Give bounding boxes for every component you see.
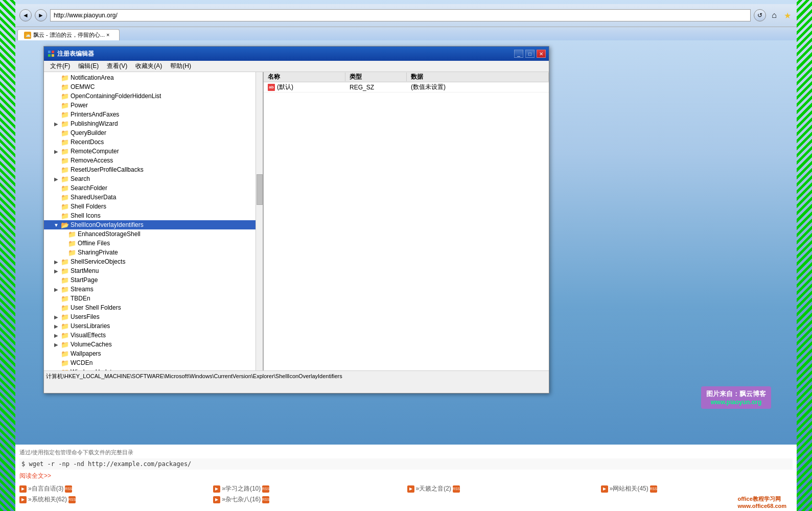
folder-icon: 📁 xyxy=(61,148,69,155)
menu-help[interactable]: 帮助(H) xyxy=(166,61,195,72)
favorites-button[interactable]: ★ xyxy=(782,10,793,20)
tree-label: VisualEffects xyxy=(71,332,106,339)
menu-favorites[interactable]: 收藏夹(A) xyxy=(131,61,166,72)
tree-item-windowsupdate[interactable]: 📁 WindowsUpdate xyxy=(44,367,263,370)
tree-item-shellserviceobjects[interactable]: ▶ 📁 ShellServiceObjects xyxy=(44,257,263,266)
folder-icon: 📁 xyxy=(61,102,69,109)
tree-item-wallpapers[interactable]: 📁 Wallpapers xyxy=(44,349,263,358)
tree-item-search[interactable]: ▶ 📁 Search xyxy=(44,174,263,183)
tree-item-tbden[interactable]: 📁 TBDEn xyxy=(44,294,263,303)
tree-label: VolumeCaches xyxy=(71,341,112,348)
tree-item-startmenu[interactable]: ▶ 📁 StartMenu xyxy=(44,266,263,275)
forward-button[interactable]: ► xyxy=(35,9,47,21)
tree-item-removeaccess[interactable]: 📁 RemoveAccess xyxy=(44,156,263,165)
tree-label: Wallpapers xyxy=(71,350,101,357)
tree-item-notificationarea[interactable]: 📁 NotificationArea xyxy=(44,73,263,82)
tree-label: NotificationArea xyxy=(71,74,114,81)
tree-item-shellicons[interactable]: 📁 Shell Icons xyxy=(44,211,263,220)
read-more-link[interactable]: 阅读全文>> xyxy=(19,472,793,480)
tree-item-sharingprivate[interactable]: 📁 SharingPrivate xyxy=(44,248,263,257)
link-label: »系统相关(62) xyxy=(28,495,67,504)
tree-item-streams[interactable]: ▶ 📁 Streams xyxy=(44,285,263,294)
tree-item-remotecomputer[interactable]: ▶ 📁 RemoteComputer xyxy=(44,147,263,156)
tree-item-oemwc[interactable]: 📁 OEMWC xyxy=(44,82,263,91)
tree-label: WindowsUpdate xyxy=(71,368,115,370)
tree-label: OpenContainingFolderHiddenList xyxy=(71,92,161,100)
tree-item-usersfiles[interactable]: ▶ 📁 UsersFiles xyxy=(44,312,263,321)
expand-icon xyxy=(53,369,59,370)
tree-item-offlinefiles[interactable]: 📁 Offline Files xyxy=(44,239,263,248)
tree-item-visualeffects[interactable]: ▶ 📁 VisualEffects xyxy=(44,331,263,340)
link-label: »学习之路(10) xyxy=(222,484,261,493)
back-button[interactable]: ◄ xyxy=(19,9,32,21)
close-button[interactable]: ✕ xyxy=(537,50,546,58)
tree-item-searchfolder[interactable]: 📁 SearchFolder xyxy=(44,183,263,193)
svg-rect-0 xyxy=(48,51,51,53)
tree-label: PrintersAndFaxes xyxy=(71,111,119,118)
tree-item-printers[interactable]: 📁 PrintersAndFaxes xyxy=(44,110,263,119)
tree-label: EnhancedStorageShell xyxy=(78,230,141,238)
tree-item-userslibraries[interactable]: ▶ 📁 UsersLibraries xyxy=(44,321,263,331)
tree-label: StartMenu xyxy=(71,267,99,274)
folder-icon: 📁 xyxy=(61,83,69,90)
expand-icon xyxy=(53,213,59,219)
tree-item-opencontaining[interactable]: 📁 OpenContainingFolderHiddenList xyxy=(44,91,263,101)
tree-item-startpage[interactable]: 📁 StartPage xyxy=(44,275,263,285)
menu-edit[interactable]: 编辑(E) xyxy=(74,61,103,72)
detail-row-default[interactable]: ab (默认) REG_SZ (数值未设置) xyxy=(264,82,549,92)
folder-icon: 📁 xyxy=(61,295,69,302)
registry-value-icon: ab xyxy=(268,84,275,91)
tree-label: SharingPrivate xyxy=(78,249,118,256)
tree-scrollbar[interactable] xyxy=(256,72,263,370)
menu-file[interactable]: 文件(F) xyxy=(46,61,74,72)
tree-item-shelliconoverlay[interactable]: ▼ 📂 ShellIconOverlayIdentifiers xyxy=(44,220,263,229)
tree-pane[interactable]: 📁 NotificationArea 📁 OEMWC 📁 OpenContain… xyxy=(44,72,264,370)
folder-icon: 📁 xyxy=(61,92,69,100)
scrollbar-thumb[interactable] xyxy=(257,174,263,205)
footer-site2: www.office68.com xyxy=(737,503,786,509)
refresh-button[interactable]: ↺ xyxy=(754,9,766,21)
active-tab[interactable]: ⛅ 飘云 - 漂泊的云，停留的心... × xyxy=(17,29,120,40)
expand-icon: ▶ xyxy=(53,323,59,329)
minimize-button[interactable]: _ xyxy=(514,50,523,58)
blog-link-5[interactable]: ▶ »系统相关(62) RSS xyxy=(19,495,211,504)
svg-rect-3 xyxy=(52,54,54,57)
rss-icon-small: RSS xyxy=(262,485,269,493)
tree-item-recentdocs[interactable]: 📁 RecentDocs xyxy=(44,137,263,147)
blog-link-4[interactable]: ▶ »网站相关(45) RSS xyxy=(601,484,793,493)
detail-header: 名称 类型 数据 xyxy=(264,72,549,82)
tree-item-querybuilder[interactable]: 📁 QueryBuilder xyxy=(44,128,263,137)
maximize-button[interactable]: □ xyxy=(525,50,535,58)
address-bar[interactable]: http://www.piaoyun.org/ xyxy=(50,9,751,21)
browser-toolbar: ◄ ► http://www.piaoyun.org/ ↺ ⌂ ★ xyxy=(15,4,797,27)
blog-link-3[interactable]: ▶ »天籁之音(2) RSS xyxy=(407,484,599,493)
tree-item-publishing[interactable]: ▶ 📁 PublishingWizard xyxy=(44,119,263,128)
expand-icon xyxy=(60,249,66,256)
window-titlebar: 注册表编辑器 _ □ ✕ xyxy=(44,47,549,61)
folder-icon: 📁 xyxy=(61,341,69,348)
zigzag-border-right xyxy=(797,0,812,511)
window-menubar: 文件(F) 编辑(E) 查看(V) 收藏夹(A) 帮助(H) xyxy=(44,61,549,72)
footer-site1: office教程学习网 xyxy=(737,495,786,503)
tree-item-volumecaches[interactable]: ▶ 📁 VolumeCaches xyxy=(44,340,263,349)
blog-link-6[interactable]: ▶ »杂七杂八(16) RSS xyxy=(213,495,405,504)
tree-item-resetprofile[interactable]: 📁 ResetUserProfileCallbacks xyxy=(44,165,263,174)
tree-item-power[interactable]: 📁 Power xyxy=(44,101,263,110)
tree-item-shellfolders[interactable]: 📁 Shell Folders xyxy=(44,202,263,211)
home-button[interactable]: ⌂ xyxy=(769,10,779,20)
tree-item-wcden[interactable]: 📁 WCDEn xyxy=(44,358,263,367)
folder-icon: 📁 xyxy=(61,258,69,265)
blog-link-2[interactable]: ▶ »学习之路(10) RSS xyxy=(213,484,405,493)
blog-link-1[interactable]: ▶ »自言自语(3) RSS xyxy=(19,484,211,493)
tree-item-enhancedstorage[interactable]: 📁 EnhancedStorageShell xyxy=(44,229,263,239)
expand-icon xyxy=(53,111,59,118)
address-text: http://www.piaoyun.org/ xyxy=(54,12,118,19)
expand-icon: ▶ xyxy=(53,332,59,338)
tree-item-usershellfolders[interactable]: 📁 User Shell Folders xyxy=(44,303,263,312)
tree-item-shareduserdata[interactable]: 📁 SharedUserData xyxy=(44,193,263,202)
menu-view[interactable]: 查看(V) xyxy=(103,61,131,72)
tree-label: Shell Icons xyxy=(71,212,101,219)
col-name: 名称 xyxy=(264,73,345,81)
expand-icon xyxy=(53,194,59,200)
folder-icon: 📁 xyxy=(61,313,69,320)
